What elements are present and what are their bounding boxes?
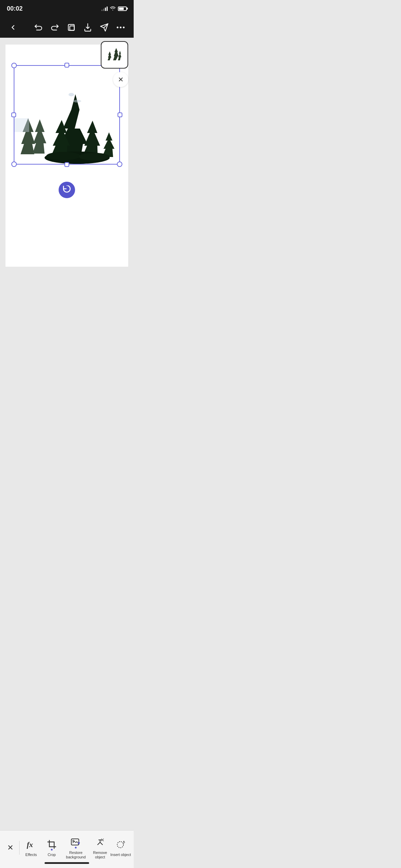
status-bar: 00:02	[0, 0, 134, 17]
svg-rect-1	[70, 26, 74, 31]
status-time: 00:02	[7, 5, 23, 12]
svg-marker-9	[118, 51, 121, 60]
handle-top-mid[interactable]	[64, 63, 69, 68]
battery-icon	[118, 7, 127, 11]
image-thumbnail[interactable]	[101, 41, 128, 69]
svg-point-6	[123, 27, 125, 28]
svg-marker-8	[113, 48, 119, 60]
wifi-icon	[110, 6, 116, 12]
close-canvas-icon: ✕	[118, 75, 124, 84]
undo-button[interactable]	[31, 20, 46, 35]
svg-rect-0	[68, 24, 74, 30]
signal-icon	[101, 6, 108, 11]
redo-button[interactable]	[47, 20, 62, 35]
handle-top-left[interactable]	[11, 63, 17, 68]
image-selection-area[interactable]	[14, 65, 120, 165]
selection-border	[14, 65, 120, 165]
share-button[interactable]	[97, 20, 112, 35]
svg-point-4	[117, 27, 119, 28]
layers-button[interactable]	[64, 20, 79, 35]
svg-marker-7	[108, 51, 111, 60]
download-button[interactable]	[80, 20, 95, 35]
status-icons	[101, 6, 127, 12]
main-toolbar	[0, 17, 134, 38]
more-button[interactable]	[113, 20, 128, 35]
svg-point-5	[120, 27, 122, 28]
close-canvas-button[interactable]: ✕	[113, 72, 128, 87]
handle-mid-left[interactable]	[11, 112, 16, 117]
thumbnail-image	[105, 45, 124, 64]
canvas-area: ✕	[0, 38, 134, 267]
handle-bottom-right[interactable]	[117, 161, 122, 167]
handle-bottom-mid[interactable]	[64, 162, 69, 167]
back-button[interactable]	[5, 20, 21, 35]
handle-bottom-left[interactable]	[11, 161, 17, 167]
rotate-button[interactable]	[59, 182, 75, 198]
white-canvas	[5, 45, 128, 267]
handle-mid-right[interactable]	[118, 112, 122, 117]
